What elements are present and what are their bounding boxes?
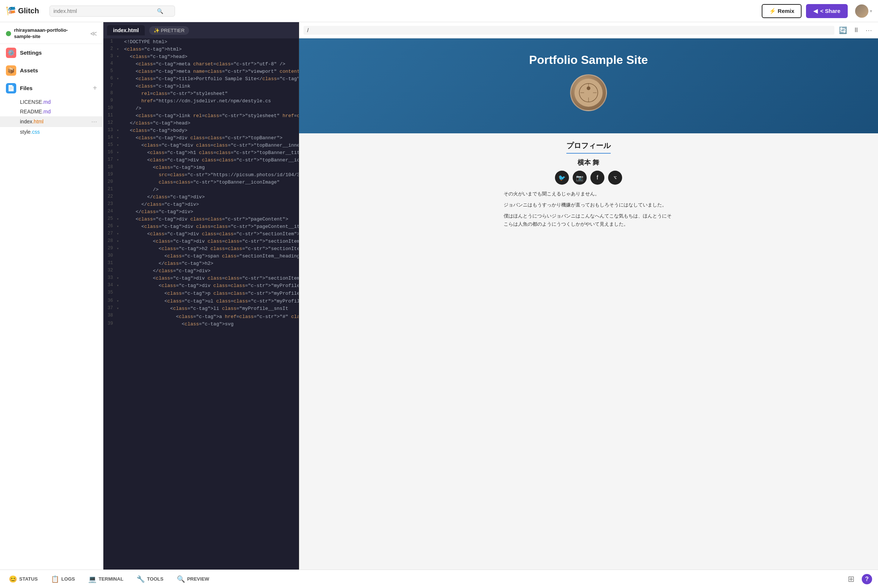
search-input[interactable] (54, 8, 157, 14)
instagram-icon[interactable]: 📷 (573, 171, 587, 184)
file-name: style.css (20, 129, 40, 135)
file-item-license[interactable]: LICENSE.md (0, 97, 103, 107)
line-number: 26 (103, 223, 117, 231)
editor-tabs: index.html ✨ PRETTIER (103, 22, 299, 38)
line-number: 6 (103, 75, 117, 83)
fold-arrow[interactable]: ▾ (117, 149, 123, 157)
fold-arrow[interactable]: ▾ (117, 275, 123, 282)
fold-arrow[interactable] (117, 186, 123, 194)
preview-pause-button[interactable]: ⏸ (851, 25, 861, 36)
fold-arrow[interactable] (117, 38, 123, 46)
fold-arrow[interactable] (117, 201, 123, 208)
fold-arrow[interactable] (117, 68, 123, 75)
avatar-area[interactable]: ▾ (855, 4, 872, 18)
topbar: 🎏 Glitch 🔍 ⚡ Remix ◀ < Share ▾ (0, 0, 878, 22)
glitch-logo-icon: 🎏 (6, 6, 16, 16)
fold-arrow[interactable] (117, 90, 123, 98)
preview-button[interactable]: 🔍 PREVIEW (174, 574, 212, 585)
fold-arrow[interactable]: ▾ (117, 231, 123, 238)
fold-arrow[interactable] (117, 260, 123, 267)
logo-area[interactable]: 🎏 Glitch (6, 6, 39, 16)
terminal-button[interactable]: 💻 TERMINAL (85, 574, 126, 585)
fold-arrow[interactable] (117, 312, 123, 321)
fold-arrow[interactable]: ▾ (117, 157, 123, 164)
fold-arrow[interactable] (117, 171, 123, 179)
search-bar[interactable]: 🔍 (49, 6, 175, 16)
tools-button[interactable]: 🔧 TOOLS (134, 574, 166, 585)
fold-arrow[interactable]: ▾ (117, 142, 123, 149)
fold-arrow[interactable]: ▾ (117, 53, 123, 61)
line-content: <class="c-tag">h1 class=class="c-str">"t… (123, 149, 299, 157)
file-item-index[interactable]: index.html ⋯ (0, 116, 103, 127)
fold-arrow[interactable] (117, 120, 123, 127)
fold-arrow[interactable]: ▾ (117, 135, 123, 142)
remix-button[interactable]: ⚡ Remix (762, 4, 802, 18)
twitter-icon[interactable]: 🐦 (555, 171, 569, 184)
fold-arrow[interactable] (117, 321, 123, 328)
code-line: 10 /> (103, 105, 299, 112)
code-line: 27▾ <class="c-tag">div class=class="c-st… (103, 231, 299, 238)
github-icon[interactable]: ⌥ (608, 171, 622, 184)
fold-arrow[interactable] (117, 105, 123, 112)
preview-refresh-button[interactable]: 🔄 (838, 25, 848, 36)
code-line: 22 </class="c-tag">div> (103, 194, 299, 201)
fold-arrow[interactable]: ▾ (117, 298, 123, 305)
fold-arrow[interactable]: ▾ (117, 305, 123, 312)
line-number: 25 (103, 216, 117, 223)
fold-arrow[interactable] (117, 290, 123, 298)
fold-arrow[interactable] (117, 179, 123, 186)
files-add-button[interactable]: + (93, 84, 97, 92)
line-content: <class="c-tag">div class=class="c-str">"… (123, 282, 299, 290)
files-header[interactable]: 📄 Files + (0, 80, 103, 97)
fold-arrow[interactable] (117, 98, 123, 105)
logs-button[interactable]: 📋 LOGS (48, 574, 78, 585)
fold-arrow[interactable] (117, 61, 123, 68)
editor-tab-index[interactable]: index.html (107, 25, 145, 36)
share-icon: ◀ (814, 8, 818, 14)
preview-more-button[interactable]: ⋯ (864, 25, 874, 36)
fold-arrow[interactable] (117, 112, 123, 120)
line-number: 3 (103, 53, 117, 61)
avatar-chevron-icon: ▾ (870, 9, 872, 14)
fold-arrow[interactable]: ▾ (117, 127, 123, 135)
sidebar-collapse-button[interactable]: ≪ (90, 30, 97, 38)
fold-arrow[interactable] (117, 208, 123, 216)
profile-text-2: ジョバンニはもうすっかり機嫌が直っておもしろそうにはなしていました。 (503, 201, 673, 209)
file-options-button[interactable]: ⋯ (91, 118, 97, 125)
terminal-icon: 💻 (88, 575, 96, 583)
status-icon: 😊 (9, 575, 17, 583)
fold-arrow[interactable]: ▾ (117, 46, 123, 53)
sidebar-item-assets[interactable]: 📦 Assets (0, 62, 103, 80)
line-number: 16 (103, 149, 117, 157)
prettier-button[interactable]: ✨ PRETTIER (149, 26, 189, 35)
sidebar-item-settings[interactable]: ⚙️ Settings (0, 44, 103, 62)
fold-arrow[interactable]: ▾ (117, 282, 123, 290)
logs-icon: 📋 (51, 575, 59, 583)
line-content: <class="c-tag">span class="sectionItem__… (123, 253, 299, 260)
fold-arrow[interactable] (117, 194, 123, 201)
fold-arrow[interactable] (117, 267, 123, 275)
help-button[interactable]: ? (862, 574, 872, 584)
editor-panel: index.html ✨ PRETTIER 1 <!DOCTYPE html>2… (103, 22, 299, 570)
grid-button[interactable]: ⊞ (848, 574, 854, 584)
fold-arrow[interactable]: ▾ (117, 216, 123, 223)
fold-arrow[interactable] (117, 253, 123, 260)
fold-arrow[interactable]: ▾ (117, 223, 123, 231)
file-item-readme[interactable]: README.md (0, 107, 103, 116)
fold-arrow[interactable] (117, 164, 123, 171)
fold-arrow[interactable]: ▾ (117, 75, 123, 83)
status-button[interactable]: 😊 STATUS (6, 574, 40, 585)
line-number: 30 (103, 253, 117, 260)
line-content: rel=class="c-str">"stylesheet" (123, 90, 299, 98)
code-line: 30 <class="c-tag">span class="sectionIte… (103, 253, 299, 260)
fold-arrow[interactable] (117, 83, 123, 90)
preview-panel: / 🔄 ⏸ ⋯ Portfolio Sample Site (299, 22, 878, 570)
code-area[interactable]: 1 <!DOCTYPE html>2▾<class="c-tag">html>3… (103, 38, 299, 570)
share-button[interactable]: ◀ < Share (806, 4, 848, 18)
code-line: 37▾ <class="c-tag">li class="myProfile__… (103, 305, 299, 312)
facebook-icon[interactable]: f (590, 171, 604, 184)
files-icon: 📄 (6, 83, 16, 93)
file-item-style[interactable]: style.css (0, 127, 103, 136)
fold-arrow[interactable]: ▾ (117, 238, 123, 245)
fold-arrow[interactable]: ▾ (117, 245, 123, 253)
